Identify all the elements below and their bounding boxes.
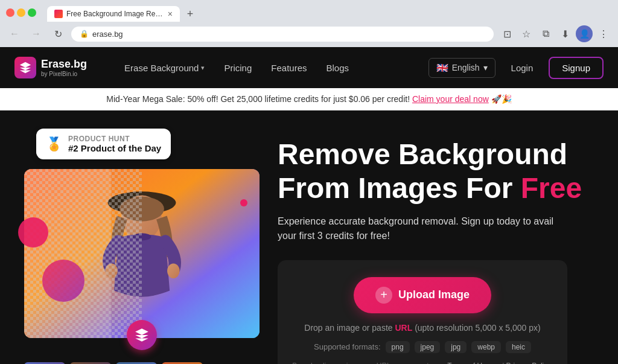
- hero-title: Remove Background From Images For Free: [278, 138, 594, 204]
- language-label: English: [452, 63, 480, 72]
- product-hunt-badge: 🏅 PRODUCT HUNT #2 Product of the Day: [36, 129, 171, 159]
- nav-features-label: Features: [271, 63, 307, 73]
- tab-close-button[interactable]: ×: [168, 10, 173, 18]
- chevron-down-icon: ▾: [201, 64, 205, 72]
- product-hunt-title: #2 Product of the Day: [68, 143, 161, 153]
- cast-icon[interactable]: ⊡: [499, 25, 515, 42]
- address-text: erase.bg: [92, 30, 123, 39]
- terms-of-use-link[interactable]: Terms of Use: [447, 362, 490, 364]
- terms-and: and: [490, 362, 506, 364]
- menu-icon[interactable]: ⋮: [595, 25, 612, 42]
- flag-icon: 🇬🇧: [436, 62, 448, 74]
- language-selector[interactable]: 🇬🇧 English ▾: [428, 58, 495, 78]
- browser-toolbar: ← → ↻ 🔒 erase.bg ⊡ ☆ ⧉ ⬇ 👤 ⋮: [0, 22, 618, 47]
- signup-button[interactable]: Signup: [549, 57, 604, 79]
- hero-title-free: Free: [521, 172, 582, 204]
- claim-deal-link[interactable]: Claim your deal now: [412, 94, 489, 104]
- extensions-icon[interactable]: ⧉: [537, 25, 554, 42]
- address-bar[interactable]: 🔒 erase.bg: [71, 27, 494, 42]
- nav-links: Erase Background ▾ Pricing Features Blog…: [116, 58, 409, 78]
- terms-text: By uploading an image or URL you agree t…: [292, 362, 553, 364]
- upload-box: + Upload Image Drop an image or paste UR…: [278, 260, 567, 364]
- logo-icon: [14, 57, 36, 78]
- toolbar-actions: ⊡ ☆ ⧉ ⬇ 👤 ⋮: [499, 25, 612, 42]
- hero-title-line2: From Images For: [278, 172, 521, 204]
- tab-title: Free Background Image Remo...: [66, 10, 164, 18]
- plus-circle-icon: +: [375, 287, 392, 304]
- promotional-banner: Mid-Year Mega Sale: 50% off! Get 25,000 …: [0, 88, 618, 110]
- hero-title-line1: Remove Background: [278, 138, 567, 170]
- checker-overlay: [24, 169, 142, 338]
- nav-pricing-label: Pricing: [224, 63, 252, 73]
- nav-pricing[interactable]: Pricing: [215, 58, 260, 78]
- banner-text: Mid-Year Mega Sale: 50% off! Get 25,000 …: [106, 94, 410, 104]
- hero-image-container: [24, 169, 260, 338]
- tab-favicon: [54, 10, 63, 18]
- chevron-down-icon: ▾: [483, 63, 488, 72]
- upload-image-button[interactable]: + Upload Image: [354, 277, 491, 313]
- format-jpeg: jpeg: [415, 341, 441, 353]
- erase-logo-badge: [127, 320, 157, 350]
- logo-sub: by PixelBin.io: [41, 71, 87, 77]
- back-button[interactable]: ←: [6, 25, 23, 42]
- hero-subtitle: Experience accurate background removal. …: [278, 214, 567, 243]
- window-controls: [6, 8, 36, 17]
- banner-emojis: 🚀🎉: [491, 94, 512, 104]
- minimize-window-button[interactable]: [17, 8, 25, 17]
- download-icon[interactable]: ⬇: [556, 25, 573, 42]
- hero-left: 🏅 PRODUCT HUNT #2 Product of the Day: [12, 123, 266, 364]
- svg-point-8: [167, 263, 180, 278]
- login-button[interactable]: Login: [502, 58, 543, 78]
- active-tab[interactable]: Free Background Image Remo... ×: [47, 6, 180, 22]
- logo-text: Erase.bg by PixelBin.io: [41, 58, 87, 78]
- nav-blogs-label: Blogs: [327, 63, 349, 73]
- hero-right: Remove Background From Images For Free E…: [266, 123, 594, 364]
- logo-name: Erase.bg: [41, 58, 87, 71]
- upload-hint-suffix: (upto resolution 5,000 x 5,000 px): [412, 323, 540, 333]
- logo-svg: [19, 61, 32, 74]
- privacy-policy-link[interactable]: Privacy Policy: [506, 362, 551, 364]
- decoration-magenta-circle: [42, 260, 84, 302]
- navbar: Erase.bg by PixelBin.io Erase Background…: [0, 47, 618, 88]
- product-hunt-icon: 🏅: [46, 136, 62, 152]
- erase-badge-icon: [134, 327, 150, 343]
- product-hunt-text: PRODUCT HUNT #2 Product of the Day: [68, 135, 161, 153]
- website: Erase.bg by PixelBin.io Erase Background…: [0, 47, 618, 364]
- new-tab-button[interactable]: +: [182, 6, 198, 22]
- format-webp: webp: [471, 341, 501, 353]
- terms-dot: .: [550, 362, 552, 364]
- hero-section: 🏅 PRODUCT HUNT #2 Product of the Day: [0, 110, 618, 364]
- nav-features[interactable]: Features: [263, 58, 315, 78]
- upload-hint-text: Drop an image or paste: [304, 323, 395, 333]
- hero-image-background: [24, 169, 260, 338]
- logo[interactable]: Erase.bg by PixelBin.io: [14, 57, 87, 78]
- lock-icon: 🔒: [80, 30, 89, 38]
- url-highlight: URL: [395, 323, 412, 333]
- tab-bar: Free Background Image Remo... × +: [41, 6, 204, 22]
- upload-button-label: Upload Image: [398, 289, 470, 301]
- close-window-button[interactable]: [6, 8, 14, 17]
- nav-blogs[interactable]: Blogs: [318, 58, 358, 78]
- nav-erase-label: Erase Background: [124, 63, 199, 73]
- format-png: png: [386, 341, 410, 353]
- decoration-pink-circle: [18, 217, 48, 247]
- profile-icon[interactable]: 👤: [576, 25, 593, 42]
- upload-hint: Drop an image or paste URL (upto resolut…: [292, 323, 553, 333]
- maximize-window-button[interactable]: [28, 8, 36, 17]
- formats-label: Supported formats:: [314, 342, 381, 351]
- format-heic: heic: [506, 341, 531, 353]
- terms-prefix: By uploading an image or URL you agree t…: [292, 362, 447, 364]
- decoration-dot: [240, 199, 247, 206]
- supported-formats: Supported formats: png jpeg jpg webp hei…: [292, 341, 553, 353]
- format-jpg: jpg: [445, 341, 467, 353]
- forward-button[interactable]: →: [28, 25, 45, 42]
- nav-erase-background[interactable]: Erase Background ▾: [116, 58, 213, 78]
- nav-right: 🇬🇧 English ▾ Login Signup: [428, 57, 604, 79]
- browser-titlebar: Free Background Image Remo... × +: [0, 0, 618, 22]
- bookmark-icon[interactable]: ☆: [518, 25, 535, 42]
- browser-chrome: Free Background Image Remo... × + ← → ↻ …: [0, 0, 618, 47]
- reload-button[interactable]: ↻: [49, 25, 66, 42]
- product-hunt-eyebrow: PRODUCT HUNT: [68, 135, 161, 143]
